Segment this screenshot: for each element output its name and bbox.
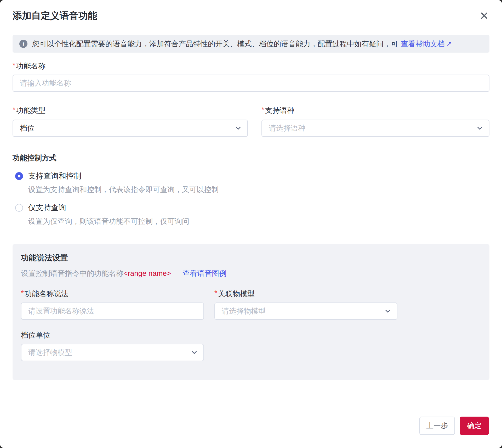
field-label-name: * 功能名称 bbox=[13, 61, 489, 71]
add-voice-capability-dialog: 添加自定义语音功能 i 您可以个性化配置需要的语音能力，添加符合产品特性的开关、… bbox=[0, 0, 502, 448]
field-label-language: * 支持语种 bbox=[261, 105, 489, 115]
chevron-down-icon bbox=[384, 307, 392, 315]
radio-unselected-icon[interactable] bbox=[15, 204, 23, 212]
info-banner: i 您可以个性化配置需要的语音能力，添加符合产品特性的开关、模式、档位的语音能力… bbox=[13, 35, 489, 53]
banner-text: 您可以个性化配置需要的语音能力，添加符合产品特性的开关、模式、档位的语音能力，配… bbox=[32, 39, 398, 49]
field-label-speech-name: * 功能名称说法 bbox=[21, 289, 204, 299]
type-select-value: 档位 bbox=[20, 123, 35, 133]
model-select[interactable]: 请选择物模型 bbox=[214, 303, 397, 320]
unit-select[interactable]: 请选择物模型 bbox=[21, 344, 204, 361]
speech-name-input[interactable] bbox=[21, 303, 204, 320]
chevron-down-icon bbox=[476, 124, 484, 132]
field-label-unit: 档位单位 bbox=[21, 330, 204, 340]
required-mark: * bbox=[261, 105, 264, 114]
field-label-type: * 功能类型 bbox=[13, 105, 248, 115]
speech-settings-section: 功能说法设置 设置控制语音指令中的功能名称 <range name> 查看语音图… bbox=[13, 244, 489, 380]
chevron-down-icon bbox=[234, 124, 242, 132]
required-mark: * bbox=[13, 105, 15, 114]
unit-select-placeholder: 请选择物模型 bbox=[28, 348, 72, 357]
required-mark: * bbox=[21, 289, 24, 297]
speech-settings-title: 功能说法设置 bbox=[21, 253, 481, 263]
radio-selected-icon[interactable] bbox=[15, 172, 23, 180]
radio-query-and-control[interactable]: 支持查询和控制 bbox=[15, 171, 489, 181]
previous-step-button[interactable]: 上一步 bbox=[419, 417, 455, 435]
speech-settings-desc: 设置控制语音指令中的功能名称 <range name> 查看语音图例 bbox=[21, 268, 481, 278]
voice-legend-link[interactable]: 查看语音图例 bbox=[182, 268, 226, 278]
control-mode-label: 功能控制方式 bbox=[13, 153, 489, 163]
radio-query-and-control-desc: 设置为支持查询和控制，代表该指令即可查询，又可以控制 bbox=[28, 185, 489, 195]
close-icon bbox=[480, 11, 489, 20]
dialog-footer: 上一步 确定 bbox=[419, 417, 489, 435]
radio-query-only-desc: 设置为仅查询，则该语音功能不可控制，仅可询问 bbox=[28, 216, 489, 226]
confirm-button[interactable]: 确定 bbox=[460, 417, 489, 435]
field-label-model: * 关联物模型 bbox=[214, 289, 397, 299]
required-mark: * bbox=[13, 61, 15, 70]
type-select[interactable]: 档位 bbox=[13, 120, 248, 137]
close-button[interactable] bbox=[478, 10, 490, 21]
chevron-down-icon bbox=[190, 349, 198, 356]
model-select-placeholder: 请选择物模型 bbox=[222, 306, 266, 316]
dialog-title: 添加自定义语音功能 bbox=[13, 10, 489, 21]
external-link-icon[interactable]: ↗ bbox=[446, 40, 452, 48]
name-input[interactable] bbox=[13, 75, 489, 92]
required-mark: * bbox=[214, 289, 217, 297]
language-select-placeholder: 请选择语种 bbox=[269, 123, 305, 133]
language-select[interactable]: 请选择语种 bbox=[261, 120, 489, 137]
range-name-token: <range name> bbox=[123, 269, 171, 278]
radio-query-only[interactable]: 仅支持查询 bbox=[15, 203, 489, 213]
info-icon: i bbox=[19, 40, 27, 48]
help-doc-link[interactable]: 查看帮助文档 bbox=[401, 39, 445, 49]
